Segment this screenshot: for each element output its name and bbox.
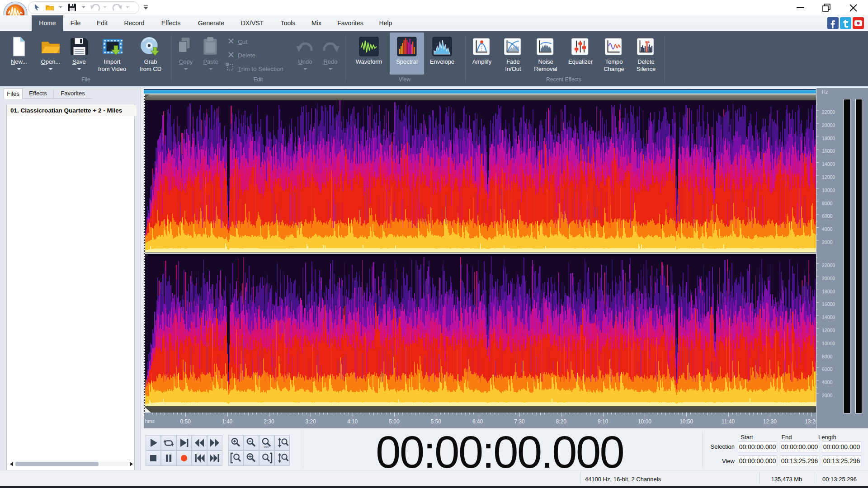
svg-text:100: 100	[264, 446, 269, 449]
